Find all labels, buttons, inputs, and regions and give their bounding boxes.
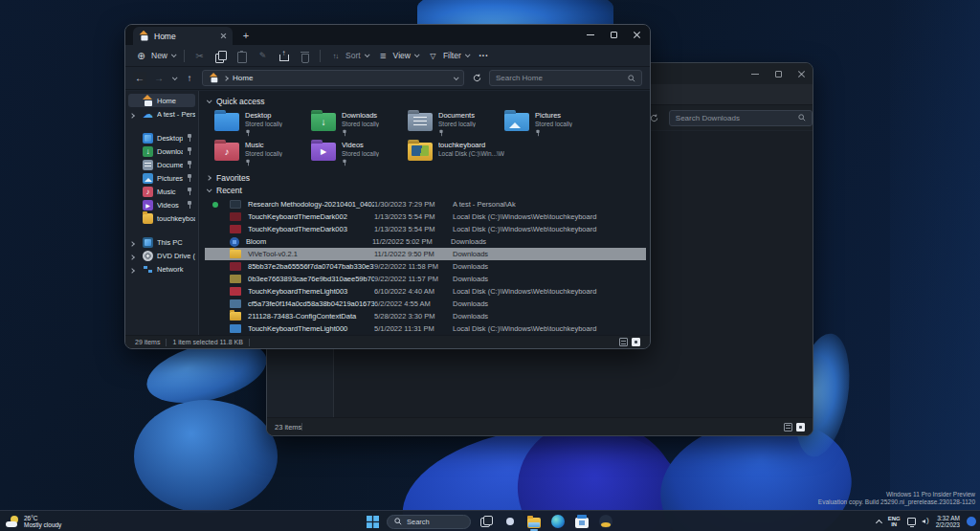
pin-icon bbox=[187, 201, 192, 209]
tile-videos[interactable]: Videos Stored locally bbox=[311, 141, 408, 166]
recent-row-85bb[interactable]: 85bb37e2ba65556f7da07047bab330e3534c80a2… bbox=[205, 260, 646, 273]
tile-documents[interactable]: Documents Stored locally bbox=[408, 111, 504, 137]
tile-subtitle: Stored locally bbox=[438, 121, 476, 127]
item-icon bbox=[143, 109, 153, 120]
sidebar-item-onedrive[interactable]: A test - Personal bbox=[128, 107, 195, 121]
sidebar-item-desktop[interactable]: Desktop bbox=[128, 131, 195, 144]
details-view-button[interactable] bbox=[619, 338, 628, 346]
new-button[interactable]: New bbox=[135, 50, 175, 62]
start-button[interactable] bbox=[366, 515, 380, 529]
address-dropdown-icon[interactable] bbox=[454, 75, 459, 80]
selection-info: 1 item selected 11.8 KB bbox=[172, 339, 242, 345]
weather-widget[interactable]: 26°C Mostly cloudy bbox=[6, 511, 61, 531]
file-icon bbox=[230, 312, 241, 321]
minimize-button[interactable] bbox=[579, 25, 602, 45]
copy-button[interactable] bbox=[214, 50, 227, 62]
sidebar-item-downloads[interactable]: Downloads bbox=[128, 144, 195, 158]
expand-chevron-icon[interactable] bbox=[129, 241, 135, 247]
tile-touchkeyboard[interactable]: touchkeyboard Local Disk (C:)\Win...\Web bbox=[408, 141, 504, 166]
up-button[interactable] bbox=[183, 72, 196, 85]
clock[interactable]: 3:32 AM 2/2/2023 bbox=[936, 515, 960, 529]
file-date: 9/22/2022 11:57 PM bbox=[374, 275, 453, 283]
sidebar-item-touchkeyboard[interactable]: touchkeyboard bbox=[128, 211, 195, 225]
maximize-button[interactable] bbox=[602, 25, 625, 45]
pinned-app-icon[interactable] bbox=[597, 512, 614, 531]
section-quick-access[interactable]: Quick access bbox=[205, 95, 650, 107]
network-icon bbox=[907, 518, 916, 525]
recent-row-cf5a[interactable]: cf5a73fe0f1f4a0cd58a38b04219a0167354f87f… bbox=[205, 298, 646, 310]
view-button[interactable]: View bbox=[377, 50, 418, 62]
sidebar-item-documents[interactable]: Documents bbox=[128, 158, 195, 171]
sidebar-gap bbox=[125, 225, 198, 235]
tile-pictures[interactable]: Pictures Stored locally bbox=[504, 111, 601, 137]
language-indicator[interactable]: ENG IN bbox=[888, 516, 901, 528]
breadcrumb[interactable]: Home bbox=[202, 70, 464, 86]
tab-home[interactable]: Home bbox=[133, 27, 233, 45]
recent-row-light000[interactable]: TouchKeyboardThemeLight000 5/1/2022 11:3… bbox=[205, 322, 646, 335]
pin-icon bbox=[343, 130, 347, 136]
search-input[interactable]: Search Downloads bbox=[669, 110, 813, 126]
file-explorer-window[interactable]: Home New bbox=[124, 24, 651, 349]
large-icons-view-button[interactable] bbox=[796, 423, 805, 431]
share-button[interactable] bbox=[278, 50, 290, 62]
tile-desktop[interactable]: Desktop Stored locally bbox=[214, 111, 311, 137]
system-icons[interactable] bbox=[907, 518, 929, 525]
taskbar-search[interactable]: Search bbox=[387, 515, 471, 529]
recent-row-dark002[interactable]: TouchKeyboardThemeDark002 1/13/2023 5:54… bbox=[205, 210, 646, 223]
store-icon[interactable] bbox=[573, 512, 590, 531]
paste-button[interactable] bbox=[235, 50, 248, 62]
tab-close-icon[interactable] bbox=[220, 33, 227, 39]
large-icons-view-button[interactable] bbox=[632, 338, 640, 346]
refresh-button[interactable] bbox=[470, 72, 483, 85]
section-recent[interactable]: Recent bbox=[205, 184, 650, 196]
item-label: Music bbox=[157, 188, 183, 196]
sidebar-item-pictures[interactable]: Pictures bbox=[128, 171, 195, 185]
recent-row-0b3e[interactable]: 0b3ee7663893cae76e9bd310aee59b70d76cc476… bbox=[205, 273, 646, 285]
tile-music[interactable]: Music Stored locally bbox=[214, 141, 311, 166]
cut-button[interactable] bbox=[193, 50, 206, 62]
recent-row-vivetool[interactable]: ViVeTool-v0.2.1 11/1/2022 9:50 PM Downlo… bbox=[205, 248, 646, 260]
tile-title: Documents bbox=[438, 111, 476, 120]
task-view-icon[interactable] bbox=[478, 512, 495, 531]
expand-chevron-icon[interactable] bbox=[129, 113, 135, 119]
sort-button[interactable]: Sort bbox=[329, 50, 368, 62]
maximize-button[interactable] bbox=[767, 63, 790, 84]
sidebar-item-network[interactable]: Network bbox=[128, 262, 195, 276]
recent-row-research[interactable]: Research Methodology-20210401_040256-Mee… bbox=[205, 198, 646, 210]
item-icon bbox=[143, 237, 153, 248]
recent-row-light003[interactable]: TouchKeyboardThemeLight003 6/10/2022 4:4… bbox=[205, 285, 646, 298]
details-view-button[interactable] bbox=[784, 423, 792, 431]
sidebar-item-music[interactable]: Music bbox=[128, 185, 195, 198]
file-explorer-icon[interactable] bbox=[525, 512, 543, 531]
delete-button[interactable] bbox=[299, 50, 311, 62]
close-button[interactable] bbox=[625, 25, 648, 45]
expand-chevron-icon[interactable] bbox=[129, 254, 135, 260]
chat-icon[interactable] bbox=[501, 512, 519, 531]
sidebar-item-dvd-drive[interactable]: DVD Drive (D:) CCC bbox=[128, 249, 195, 262]
sidebar-item-videos[interactable]: Videos bbox=[128, 198, 195, 211]
sidebar-item-this-pc[interactable]: This PC bbox=[128, 235, 195, 249]
file-location: Downloads bbox=[453, 312, 646, 321]
section-favorites[interactable]: Favorites bbox=[205, 171, 650, 184]
recent-row-dark003[interactable]: TouchKeyboardThemeDark003 1/13/2023 5:54… bbox=[205, 223, 646, 235]
filter-button[interactable]: Filter bbox=[427, 50, 469, 62]
rename-button[interactable] bbox=[256, 50, 269, 62]
minimize-button[interactable] bbox=[744, 63, 767, 84]
notification-badge[interactable] bbox=[967, 517, 976, 526]
filter-icon bbox=[427, 50, 439, 62]
item-icon bbox=[143, 96, 153, 106]
edge-icon[interactable] bbox=[549, 512, 567, 531]
forward-button[interactable] bbox=[152, 72, 166, 85]
close-button[interactable] bbox=[790, 63, 813, 84]
show-hidden-icons-button[interactable] bbox=[876, 520, 882, 526]
more-options-button[interactable] bbox=[478, 50, 490, 62]
tile-downloads[interactable]: Downloads Stored locally bbox=[311, 111, 408, 137]
recent-row-bloom[interactable]: Bloom 11/2/2022 5:02 PM Downloads bbox=[205, 235, 646, 248]
sidebar-item-home[interactable]: Home bbox=[128, 94, 195, 107]
new-tab-button[interactable] bbox=[238, 28, 254, 43]
expand-chevron-icon[interactable] bbox=[129, 268, 135, 274]
recent-locations-button[interactable] bbox=[172, 75, 178, 80]
back-button[interactable] bbox=[133, 72, 146, 85]
recent-row-211128[interactable]: 211128-73483-ConfigContextData 5/28/2022… bbox=[205, 310, 646, 322]
search-input[interactable]: Search Home bbox=[489, 70, 642, 86]
